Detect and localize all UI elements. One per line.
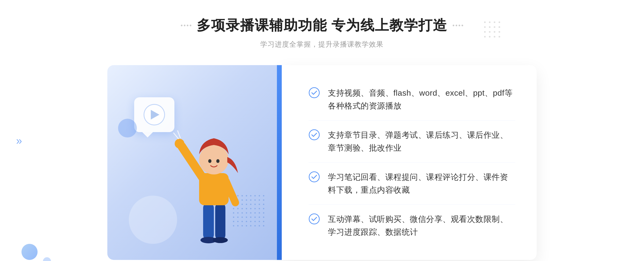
title-decoration-right: [453, 25, 463, 26]
svg-point-13: [309, 88, 319, 98]
check-icon-1: [309, 87, 320, 98]
content-section: 支持视频、音频、flash、word、excel、ppt、pdf等各种格式的资源…: [107, 65, 537, 260]
svg-rect-1: [215, 203, 225, 240]
check-icon-2: [309, 129, 320, 140]
svg-point-9: [208, 159, 211, 163]
page-container: » 多项录播课辅助功能 专为线上教学打造 学习进度全掌握，提升录播课教学效果: [0, 0, 644, 261]
feature-text-1: 支持视频、音频、flash、word、excel、ppt、pdf等各种格式的资源…: [328, 87, 515, 112]
svg-line-12: [178, 131, 180, 138]
circle-small-blue-decoration: [118, 119, 137, 137]
title-decoration-left: [181, 25, 191, 26]
svg-point-15: [309, 172, 319, 182]
feature-item-2: 支持章节目录、弹题考试、课后练习、课后作业、章节测验、批改作业: [309, 121, 515, 163]
chevron-left-decoration: »: [16, 135, 22, 147]
header-section: 多项录播课辅助功能 专为线上教学打造 学习进度全掌握，提升录播课教学效果: [181, 16, 463, 49]
title-row: 多项录播课辅助功能 专为线上教学打造: [181, 16, 463, 35]
check-icon-3: [309, 171, 320, 182]
dots-grid-right: [484, 21, 502, 39]
svg-point-3: [213, 237, 228, 243]
feature-item-4: 互动弹幕、试听购买、微信分享、观看次数限制、学习进度跟踪、数据统计: [309, 205, 515, 247]
svg-point-7: [175, 139, 184, 148]
feature-item-1: 支持视频、音频、flash、word、excel、ppt、pdf等各种格式的资源…: [309, 79, 515, 121]
page-title: 多项录播课辅助功能 专为线上教学打造: [197, 16, 447, 35]
person-illustration: [166, 120, 262, 260]
feature-item-3: 学习笔记回看、课程提问、课程评论打分、课件资料下载，重点内容收藏: [309, 163, 515, 205]
svg-point-14: [309, 130, 319, 140]
svg-point-8: [199, 145, 229, 174]
deco-circle-small: [43, 257, 51, 261]
play-icon-circle: [144, 104, 165, 125]
play-triangle-icon: [151, 110, 159, 120]
svg-point-10: [216, 159, 219, 163]
feature-text-3: 学习笔记回看、课程提问、课程评论打分、课件资料下载，重点内容收藏: [328, 171, 515, 196]
svg-line-11: [174, 133, 178, 139]
blue-bar-decoration: [277, 65, 282, 260]
illustration-area: [107, 65, 282, 260]
features-area: 支持视频、音频、flash、word、excel、ppt、pdf等各种格式的资源…: [282, 65, 537, 260]
svg-point-16: [309, 214, 319, 224]
page-subtitle: 学习进度全掌握，提升录播课教学效果: [181, 40, 463, 49]
deco-circle-bottom-left: [21, 244, 38, 260]
svg-rect-0: [203, 203, 214, 240]
feature-text-4: 互动弹幕、试听购买、微信分享、观看次数限制、学习进度跟踪、数据统计: [328, 213, 515, 238]
check-icon-4: [309, 213, 320, 225]
feature-text-2: 支持章节目录、弹题考试、课后练习、课后作业、章节测验、批改作业: [328, 129, 515, 154]
